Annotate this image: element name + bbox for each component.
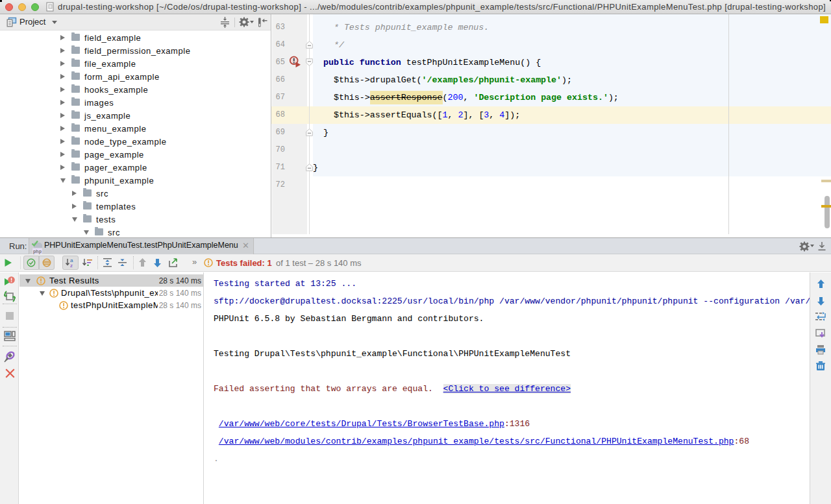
svg-text:php: php (33, 249, 42, 254)
svg-text:z: z (70, 263, 73, 268)
